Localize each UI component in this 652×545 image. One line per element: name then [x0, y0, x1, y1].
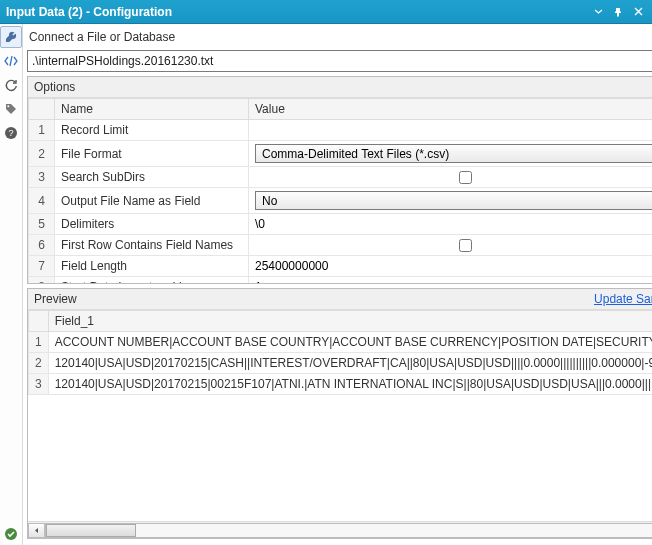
preview-cell: 120140|USA|USD|20170215|CASH||INTEREST/O…	[48, 353, 652, 374]
option-name: File Format	[55, 141, 249, 167]
update-sample-link[interactable]: Update Sample	[594, 292, 652, 306]
option-rownum: 7	[29, 256, 55, 277]
option-name: Start Data Import on Line	[55, 277, 249, 284]
option-name: Delimiters	[55, 214, 249, 235]
sidebar-status-ok	[0, 523, 22, 545]
preview-rownum: 3	[29, 374, 49, 395]
preview-cell: 120140|USA|USD|20170215|00215F107|ATNI.|…	[48, 374, 652, 395]
option-value-cell[interactable]	[249, 235, 653, 256]
option-name: Output File Name as Field	[55, 188, 249, 214]
options-col-rownum	[29, 99, 55, 120]
option-name: Field Length	[55, 256, 249, 277]
option-row: 2File FormatComma-Delimited Text Files (…	[29, 141, 653, 167]
sidebar-tool-refresh[interactable]	[0, 74, 22, 96]
option-checkbox[interactable]	[459, 239, 472, 252]
connect-label: Connect a File or Database	[27, 28, 652, 46]
options-table: Name Value 1Record Limit2File FormatComm…	[28, 98, 652, 283]
preview-title: Preview	[34, 292, 594, 306]
option-name: Record Limit	[55, 120, 249, 141]
option-text-input[interactable]	[255, 259, 652, 273]
option-rownum: 1	[29, 120, 55, 141]
option-rownum: 3	[29, 167, 55, 188]
sidebar-tool-wrench[interactable]	[0, 26, 22, 48]
option-name: Search SubDirs	[55, 167, 249, 188]
option-value-cell[interactable]	[249, 214, 653, 235]
options-col-name: Name	[55, 99, 249, 120]
sidebar-tool-tag[interactable]	[0, 98, 22, 120]
option-value-cell[interactable]	[249, 120, 653, 141]
option-row: 8Start Data Import on Line	[29, 277, 653, 284]
dropdown-arrow-icon[interactable]	[590, 4, 606, 20]
option-row: 7Field Length	[29, 256, 653, 277]
option-rownum: 5	[29, 214, 55, 235]
option-select[interactable]: Comma-Delimited Text Files (*.csv)	[255, 144, 652, 163]
preview-panel: Preview Update Sample Field_1 1ACCOUNT N…	[27, 288, 652, 539]
scroll-left-icon[interactable]	[28, 523, 45, 538]
option-row: 3Search SubDirs	[29, 167, 653, 188]
option-row: 5Delimiters	[29, 214, 653, 235]
option-row: 4Output File Name as FieldNo	[29, 188, 653, 214]
option-value-cell[interactable]	[249, 256, 653, 277]
option-text-input[interactable]	[255, 217, 652, 231]
option-text-input[interactable]	[255, 280, 652, 283]
preview-table: Field_1 1ACCOUNT NUMBER|ACCOUNT BASE COU…	[28, 310, 652, 395]
option-text-input[interactable]	[255, 123, 652, 137]
preview-row: 1ACCOUNT NUMBER|ACCOUNT BASE COUNTRY|ACC…	[29, 332, 653, 353]
preview-col-field1: Field_1	[48, 311, 652, 332]
sidebar-tool-help[interactable]: ?	[0, 122, 22, 144]
option-checkbox[interactable]	[459, 171, 472, 184]
preview-cell: ACCOUNT NUMBER|ACCOUNT BASE COUNTRY|ACCO…	[48, 332, 652, 353]
option-rownum: 2	[29, 141, 55, 167]
preview-row: 2120140|USA|USD|20170215|CASH||INTEREST/…	[29, 353, 653, 374]
option-select[interactable]: No	[255, 191, 652, 210]
pin-icon[interactable]	[610, 4, 626, 20]
preview-h-scrollbar[interactable]	[28, 521, 652, 538]
preview-rownum: 1	[29, 332, 49, 353]
option-rownum: 6	[29, 235, 55, 256]
preview-rownum: 2	[29, 353, 49, 374]
option-rownum: 8	[29, 277, 55, 284]
preview-col-rownum	[29, 311, 49, 332]
title-bar: Input Data (2) - Configuration	[0, 0, 652, 24]
options-title: Options	[28, 77, 652, 98]
options-panel: Options Name Value 1Record Limit2File Fo…	[27, 76, 652, 284]
scroll-track[interactable]	[45, 523, 652, 538]
option-value-cell[interactable]	[249, 167, 653, 188]
options-col-value: Value	[249, 99, 653, 120]
option-value-cell[interactable]: No	[249, 188, 653, 214]
preview-row: 3120140|USA|USD|20170215|00215F107|ATNI.…	[29, 374, 653, 395]
file-path-input[interactable]	[27, 50, 652, 72]
svg-point-0	[7, 105, 9, 107]
option-row: 6First Row Contains Field Names	[29, 235, 653, 256]
option-name: First Row Contains Field Names	[55, 235, 249, 256]
option-value-cell[interactable]	[249, 277, 653, 284]
svg-text:?: ?	[8, 128, 13, 138]
window-title: Input Data (2) - Configuration	[6, 5, 586, 19]
close-icon[interactable]	[630, 4, 646, 20]
scroll-thumb[interactable]	[46, 524, 136, 537]
left-sidebar: ?	[0, 24, 23, 545]
option-row: 1Record Limit	[29, 120, 653, 141]
option-rownum: 4	[29, 188, 55, 214]
option-value-cell[interactable]: Comma-Delimited Text Files (*.csv)	[249, 141, 653, 167]
sidebar-tool-xml[interactable]	[0, 50, 22, 72]
